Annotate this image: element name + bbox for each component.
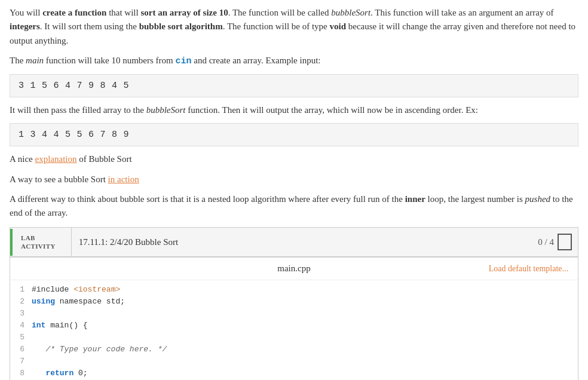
code-line-4: 4 int main() {	[10, 320, 578, 332]
code-line-1: 1 #include <iostream>	[10, 284, 578, 296]
code-cin: cin	[175, 56, 191, 66]
code-line-3: 3	[10, 308, 578, 320]
italic-bubblesort: bubbleSort	[331, 8, 370, 17]
code-line-5: 5	[10, 332, 578, 344]
code-line-6: 6 /* Type your code here. */	[10, 344, 578, 356]
editor-container: main.cpp Load default template... 1 #inc…	[10, 257, 578, 380]
bold-sort-array: sort an array of size 10	[140, 8, 228, 17]
code-line-8: 8 return 0;	[10, 367, 578, 379]
intro-paragraph-2: The main function will take 10 numbers f…	[10, 54, 578, 68]
bold-void: void	[330, 22, 347, 31]
bold-integers: integers	[10, 22, 40, 31]
editor-header: main.cpp Load default template...	[10, 258, 578, 280]
link-1-paragraph: A nice explanation of Bubble Sort	[10, 152, 578, 166]
italic-main: main	[26, 56, 44, 65]
lab-activity-score: 0 / 4	[538, 234, 578, 250]
lab-activity-divider	[71, 228, 72, 256]
in-action-link[interactable]: in action	[108, 174, 139, 184]
load-template-button[interactable]: Load default template...	[489, 264, 568, 274]
explanation-link[interactable]: explanation	[35, 154, 77, 164]
code-line-7: 7	[10, 356, 578, 367]
code-editor[interactable]: 1 #include <iostream> 2 using namespace …	[10, 280, 578, 380]
example-input-block: 3 1 5 6 4 7 9 8 4 5	[10, 74, 578, 97]
link-2-paragraph: A way to see a bubble Sort in action	[10, 173, 578, 186]
lab-activity-label: LAB ACTIVITY	[10, 229, 64, 256]
italic-pushed: pushed	[525, 194, 551, 204]
example-output-text: 1 3 4 4 5 5 6 7 8 9	[19, 130, 129, 140]
code-line-2: 2 using namespace std;	[10, 296, 578, 308]
editor-filename: main.cpp	[277, 263, 310, 274]
intro-paragraph-1: You will create a function that will sor…	[10, 6, 578, 48]
score-text: 0 / 4	[538, 237, 554, 247]
lab-activity-title: 17.11.1: 2/4/20 Bubble Sort	[79, 237, 538, 247]
lab-activity-bar: LAB ACTIVITY 17.11.1: 2/4/20 Bubble Sort…	[10, 227, 578, 257]
bold-create-function: create a function	[42, 8, 106, 17]
bold-inner: inner	[405, 194, 425, 204]
intro-paragraph-3: It will then pass the filled array to th…	[10, 103, 578, 117]
bold-bubble-sort-algorithm: bubble sort algorithm	[139, 22, 223, 31]
example-output-block: 1 3 4 4 5 5 6 7 8 9	[10, 123, 578, 146]
score-box-icon	[558, 234, 572, 250]
example-input-text: 3 1 5 6 4 7 9 8 4 5	[19, 81, 129, 91]
italic-bubblesort-2: bubbleSort	[146, 105, 186, 115]
intro-paragraph-4: A different way to think about bubble so…	[10, 192, 578, 220]
